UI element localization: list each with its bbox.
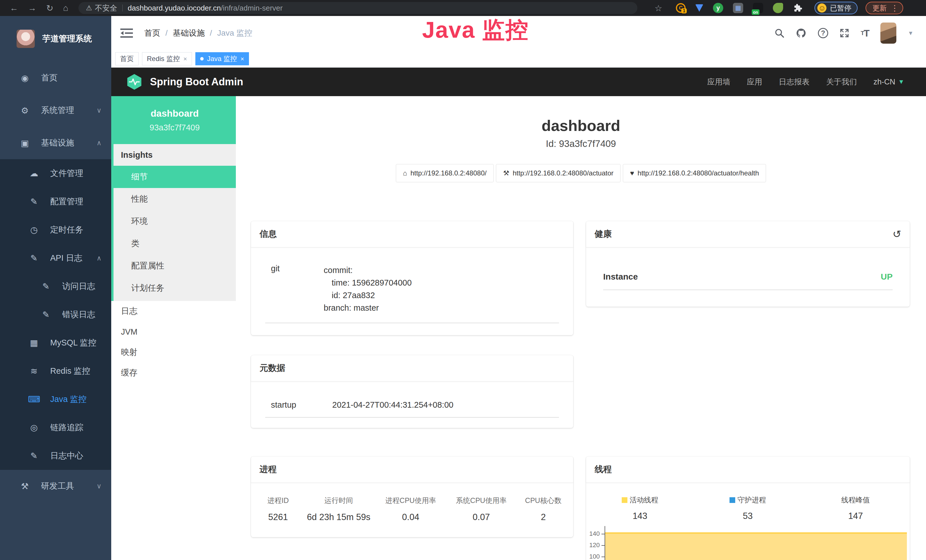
startup-row: startup 2021-04-27T00:44:31.254+08:00 (265, 400, 559, 418)
sidebar-item-api-log[interactable]: ✎ API 日志 ∧ (0, 244, 111, 272)
eye-icon: ◎ (28, 422, 40, 433)
sba-nav-applications[interactable]: 应用 (747, 77, 762, 87)
browser-home-icon[interactable]: ⌂ (63, 3, 68, 13)
user-avatar[interactable] (881, 23, 896, 44)
sba-item-config-props[interactable]: 配置属性 (113, 255, 236, 277)
extension-leaf-icon[interactable] (773, 3, 783, 13)
emoji-face-icon: ☺ (817, 3, 826, 12)
sba-title[interactable]: Spring Boot Admin (150, 76, 243, 88)
sidebar-item-system[interactable]: ⚙ 系统管理 ∨ (0, 94, 111, 127)
browser-update-button[interactable]: 更新 ⋮ (865, 2, 903, 14)
instance-health-row[interactable]: Instance UP (603, 272, 893, 290)
extension-switch-icon[interactable]: on (753, 3, 763, 13)
sba-nav-about[interactable]: 关于我们 (826, 77, 857, 87)
breadcrumb-infra[interactable]: 基础设施 (173, 28, 205, 38)
sidebar-item-tracing[interactable]: ◎ 链路追踪 (0, 413, 111, 442)
y-tick-120: 120 (587, 542, 600, 549)
sba-header: Spring Boot Admin 应用墙 应用 日志报表 关于我们 zh-CN… (111, 68, 926, 96)
extension-c-icon[interactable]: C 1 (676, 3, 685, 13)
active-threads-area (605, 532, 907, 560)
y-tick-140: 140 (587, 530, 600, 537)
tag-java-monitor[interactable]: Java 监控 (195, 52, 249, 65)
heartbeat-icon: ♥ (630, 169, 634, 177)
extensions-puzzle-icon[interactable] (793, 3, 803, 13)
sidebar-item-error-log[interactable]: ✎ 错误日志 (0, 300, 111, 328)
sba-item-jvm[interactable]: JVM (111, 321, 236, 342)
breadcrumb-separator: / (165, 29, 168, 38)
help-icon[interactable]: ? (818, 28, 828, 38)
fullscreen-icon[interactable] (840, 28, 849, 38)
sidebar-item-java-monitor[interactable]: ⌨ Java 监控 (0, 385, 111, 413)
sidebar-item-mysql[interactable]: ▦ MySQL 监控 (0, 328, 111, 357)
chevron-down-icon: ∨ (96, 106, 101, 114)
log-icon: ✎ (28, 451, 40, 461)
search-icon[interactable] (775, 28, 784, 38)
sba-nav-wallboard[interactable]: 应用墙 (707, 77, 730, 87)
sba-item-caches[interactable]: 缓存 (111, 363, 236, 383)
sba-item-logs[interactable]: 日志 (111, 301, 236, 321)
app-logo-row[interactable]: 芋道管理系统 (0, 16, 111, 53)
sidebar-item-job[interactable]: ◷ 定时任务 (0, 216, 111, 244)
hamburger-icon[interactable] (120, 28, 133, 38)
sba-item-scheduled-tasks[interactable]: 计划任务 (113, 277, 236, 299)
address-bar[interactable]: ⚠ 不安全 dashboard.yudao.iocoder.cn/infra/a… (79, 2, 637, 14)
language-selector[interactable]: zh-CN ▼ (873, 77, 904, 86)
gear-icon: ⚙ (19, 106, 31, 115)
admin-sidebar: 芋道管理系统 ◉ 首页 ⚙ 系统管理 ∨ ▣ 基础设施 ∧ ☁ 文件管理 (0, 16, 111, 560)
process-card-header: 进程 (251, 456, 573, 483)
uptime-value: 6d 23h 15m 59s (305, 512, 372, 522)
sidebar-item-redis[interactable]: ≋ Redis 监控 (0, 357, 111, 385)
health-url-button[interactable]: ♥ http://192.168.0.2:48080/actuator/heal… (623, 164, 766, 182)
sidebar-item-log-center[interactable]: ✎ 日志中心 (0, 442, 111, 470)
sba-item-environment[interactable]: 环境 (113, 210, 236, 233)
extension-y-icon[interactable]: y (713, 3, 723, 13)
browser-menu-icon[interactable]: ⋮ (891, 3, 899, 13)
info-card-header: 信息 (251, 221, 573, 247)
page-title: dashboard (236, 117, 926, 135)
sidebar-item-file[interactable]: ☁ 文件管理 (0, 159, 111, 188)
monitor-icon: ▣ (19, 138, 31, 148)
extension-pin-icon[interactable] (695, 4, 703, 12)
avatar-caret-icon[interactable]: ▼ (908, 30, 914, 36)
bookmark-star-icon[interactable]: ☆ (655, 3, 662, 13)
font-size-icon[interactable]: TT (861, 28, 869, 39)
sidebar-item-config[interactable]: ✎ 配置管理 (0, 188, 111, 216)
sba-sidebar: dashboard 93a3fc7f7409 Insights 细节 性能 环境… (111, 96, 236, 560)
chevron-down-icon: ∨ (96, 482, 101, 490)
home-icon: ⌂ (403, 169, 407, 177)
reload-icon[interactable]: ↻ (46, 3, 53, 13)
timer-icon: ◷ (28, 225, 40, 235)
github-icon[interactable] (796, 28, 806, 38)
chevron-down-icon: ▼ (898, 78, 904, 86)
sidebar-item-dev-tools[interactable]: ⚒ 研发工具 ∨ (0, 470, 111, 502)
back-icon[interactable]: ← (10, 3, 18, 13)
sba-item-classes[interactable]: 类 (113, 233, 236, 255)
close-icon[interactable] (183, 55, 187, 63)
sba-nav-journal[interactable]: 日志报表 (779, 77, 809, 87)
sba-item-metrics[interactable]: 性能 (113, 188, 236, 210)
history-icon[interactable]: ↺ (893, 228, 901, 240)
breadcrumb-home[interactable]: 首页 (144, 28, 160, 38)
sba-item-mappings[interactable]: 映射 (111, 342, 236, 363)
wrench-icon: ⚒ (503, 169, 509, 177)
tag-home[interactable]: 首页 (115, 52, 139, 65)
forward-icon[interactable]: → (28, 3, 36, 13)
sba-item-details[interactable]: 细节 (111, 166, 236, 188)
sidebar-item-infra[interactable]: ▣ 基础设施 ∧ (0, 127, 111, 159)
spring-boot-admin-logo (126, 74, 142, 90)
breadcrumb-separator: / (210, 29, 212, 38)
legend-daemon-threads: 守护进程 (694, 495, 802, 505)
metadata-card: 元数据 startup 2021-04-27T00:44:31.254+08:0… (251, 355, 573, 428)
close-icon[interactable] (241, 55, 244, 63)
tag-redis-monitor[interactable]: Redis 监控 (142, 52, 192, 65)
legend-blue-swatch (729, 497, 735, 503)
sba-app-card[interactable]: dashboard 93a3fc7f7409 (111, 96, 236, 144)
sidebar-item-access-log[interactable]: ✎ 访问日志 (0, 272, 111, 300)
actuator-url-button[interactable]: ⚒ http://192.168.0.2:48080/actuator (496, 164, 620, 182)
sidebar-item-home[interactable]: ◉ 首页 (0, 62, 111, 94)
service-url-button[interactable]: ⌂ http://192.168.0.2:48080/ (396, 164, 494, 182)
chevron-up-icon: ∧ (96, 254, 101, 262)
paused-extension-badge[interactable]: ☺ 已暂停 (814, 2, 858, 14)
sidebar-menu: ◉ 首页 ⚙ 系统管理 ∨ ▣ 基础设施 ∧ ☁ 文件管理 ✎ 配置管 (0, 62, 111, 502)
extension-grid-icon[interactable]: ▦ (733, 3, 743, 13)
